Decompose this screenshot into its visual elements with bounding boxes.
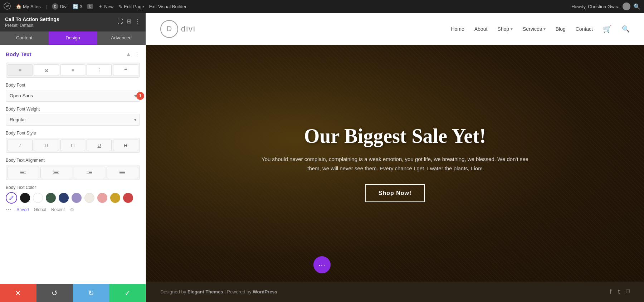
admin-bar: W 🏠 My Sites | D Divi 🔄 3 0 ＋ New ✎ Edit…	[0, 0, 644, 13]
body-text-alignment-field: Body Text Alignment	[6, 158, 140, 180]
nav-link-services[interactable]: Services ▾	[523, 26, 546, 32]
color-tab-global[interactable]: Global	[34, 207, 46, 212]
cancel-button[interactable]: ✕	[0, 284, 36, 302]
section-menu-icon[interactable]: ⋮	[134, 51, 140, 58]
nav-link-shop[interactable]: Shop ▾	[497, 26, 513, 32]
section-header: Body Text ▲ ⋮	[6, 51, 140, 58]
panel-tabs: Content Design Advanced	[0, 31, 146, 45]
edit-page-link[interactable]: ✎ Edit Page	[118, 4, 144, 9]
uppercase-style-btn[interactable]: Tt	[60, 140, 86, 151]
body-font-weight-select[interactable]: Regular Bold Light	[6, 114, 140, 126]
color-swatch-rose[interactable]	[97, 193, 107, 203]
body-font-style-field: Body Font Style I TT Tt U S	[6, 131, 140, 153]
color-swatch-black[interactable]	[20, 193, 30, 203]
body-text-alignment-label: Body Text Alignment	[6, 158, 140, 163]
instagram-icon[interactable]: □	[626, 288, 630, 296]
color-swatch-white[interactable]	[33, 193, 43, 203]
admin-bar-left: W 🏠 My Sites | D Divi 🔄 3 0 ＋ New ✎ Edit…	[4, 3, 566, 11]
fullscreen-icon[interactable]: ⛶	[117, 18, 123, 25]
collapse-icon[interactable]: ▲	[126, 51, 131, 58]
body-font-style-label: Body Font Style	[6, 131, 140, 136]
hero-cta-button[interactable]: Shop Now!	[365, 184, 425, 202]
strikethrough-style-btn[interactable]: S	[113, 140, 138, 151]
search-admin-icon[interactable]: 🔍	[633, 3, 640, 10]
site-logo: D divi	[160, 20, 196, 38]
color-settings-gear-icon[interactable]: ⚙	[70, 207, 74, 213]
notification-badge: 1	[136, 92, 144, 100]
small-caps-style-btn[interactable]: TT	[34, 140, 59, 151]
align-left-format-btn[interactable]: ≡	[8, 64, 33, 76]
exit-builder-label: Exit Visual Builder	[149, 4, 187, 9]
color-swatch-red[interactable]	[123, 193, 133, 203]
body-font-field: Body Font Open Sans Roboto Lato ▾ 1	[6, 83, 140, 102]
unordered-list-btn[interactable]: ≡	[60, 64, 86, 76]
body-font-weight-field: Body Font Weight Regular Bold Light ▾	[6, 107, 140, 126]
nav-link-home[interactable]: Home	[451, 26, 464, 32]
nav-link-contact[interactable]: Contact	[576, 26, 593, 32]
site-nav: D divi Home About Shop ▾ Services ▾ Blog…	[146, 13, 644, 45]
blockquote-btn[interactable]: ❝	[113, 64, 138, 76]
color-swatch-green[interactable]	[46, 193, 56, 203]
floating-menu-button[interactable]: ···	[313, 256, 331, 273]
layout-icon[interactable]: ⊞	[127, 18, 131, 25]
logo-text: divi	[181, 24, 196, 34]
font-style-buttons: I TT Tt U S	[6, 138, 140, 153]
shop-dropdown-icon: ▾	[511, 26, 513, 31]
text-format-toolbar: ≡ ⊘ ≡ ⋮ ❝	[6, 63, 140, 78]
redo-button[interactable]: ↻	[73, 284, 109, 302]
exit-builder-link[interactable]: Exit Visual Builder	[149, 4, 187, 9]
body-font-select[interactable]: Open Sans Roboto Lato	[6, 90, 140, 102]
color-swatch-gold[interactable]	[110, 193, 120, 203]
tab-content[interactable]: Content	[0, 31, 49, 45]
nav-link-blog[interactable]: Blog	[556, 26, 566, 32]
align-left-btn[interactable]	[8, 167, 39, 178]
new-link[interactable]: ＋ New	[98, 3, 113, 10]
color-picker-btn[interactable]	[6, 192, 17, 204]
more-icon[interactable]: ⋮	[135, 18, 141, 25]
panel-header-icons: ⛶ ⊞ ⋮	[117, 18, 141, 25]
facebook-icon[interactable]: f	[610, 288, 611, 296]
color-tab-recent[interactable]: Recent	[51, 207, 65, 212]
wordpress-icon[interactable]: W	[4, 3, 11, 11]
link-format-btn[interactable]: ⊘	[34, 64, 59, 76]
my-sites-link[interactable]: 🏠 My Sites	[16, 4, 41, 9]
color-swatches-row	[6, 192, 140, 204]
divi-link[interactable]: D Divi	[52, 3, 68, 10]
howdy-text: Howdy, Christina Gwira	[571, 4, 620, 9]
color-swatch-navy[interactable]	[59, 193, 69, 203]
nav-cart-icon[interactable]: 🛒	[603, 25, 612, 33]
svg-point-14	[10, 199, 10, 200]
bottom-toolbar: ✕ ↺ ↻ ✓	[0, 284, 146, 302]
color-swatch-lavender[interactable]	[72, 193, 82, 203]
avatar[interactable]	[623, 3, 630, 10]
edit-icon: ✎	[118, 4, 122, 9]
color-dots-icon[interactable]: ···	[6, 206, 11, 213]
tab-design[interactable]: Design	[49, 31, 97, 45]
tab-advanced[interactable]: Advanced	[97, 31, 146, 45]
revisions-link[interactable]: 🔄 3	[73, 4, 82, 9]
align-center-btn[interactable]	[40, 167, 72, 178]
nav-link-about[interactable]: About	[474, 26, 488, 32]
underline-style-btn[interactable]: U	[87, 140, 112, 151]
body-font-weight-label: Body Font Weight	[6, 107, 140, 112]
color-swatch-cream[interactable]	[84, 193, 94, 203]
hero-subtitle: You should never complain, complaining i…	[259, 155, 531, 173]
body-font-weight-select-wrapper: Regular Bold Light ▾	[6, 114, 140, 126]
italic-style-btn[interactable]: I	[8, 140, 33, 151]
footer-social: f t □	[610, 288, 630, 296]
separator-1: |	[46, 4, 47, 9]
undo-button[interactable]: ↺	[36, 284, 73, 302]
new-plus-icon: ＋	[98, 3, 103, 10]
hero-title: Our Biggest Sale Yet!	[304, 125, 486, 147]
align-right-btn[interactable]	[74, 167, 105, 178]
nav-search-icon[interactable]: 🔍	[622, 25, 630, 33]
ordered-list-btn[interactable]: ⋮	[87, 64, 112, 76]
color-tab-saved[interactable]: Saved	[16, 207, 29, 212]
body-text-color-label: Body Text Color	[6, 185, 140, 190]
twitter-icon[interactable]: t	[618, 288, 620, 296]
align-justify-btn[interactable]	[107, 167, 138, 178]
save-button[interactable]: ✓	[109, 284, 146, 302]
body-font-label: Body Font	[6, 83, 140, 88]
comments-link[interactable]: 0	[87, 4, 93, 9]
logo-circle: D	[160, 20, 178, 38]
